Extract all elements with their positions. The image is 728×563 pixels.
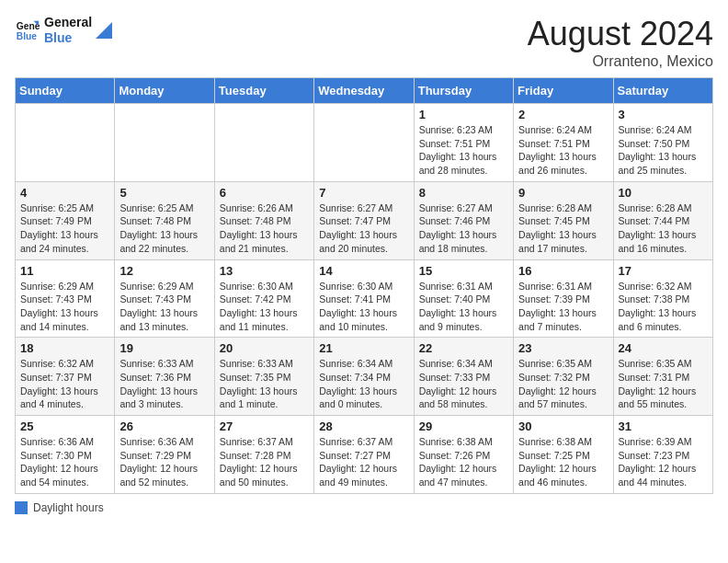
- day-number: 30: [518, 419, 608, 433]
- day-info: Sunrise: 6:29 AMSunset: 7:43 PMDaylight:…: [20, 280, 109, 334]
- day-number: 1: [419, 108, 508, 121]
- svg-marker-3: [96, 22, 112, 39]
- days-of-week-header: SundayMondayTuesdayWednesdayThursdayFrid…: [16, 78, 713, 104]
- calendar-day-cell: [314, 104, 414, 182]
- month-title: August 2024: [528, 15, 713, 53]
- calendar-day-cell: 15Sunrise: 6:31 AMSunset: 7:40 PMDayligh…: [414, 259, 513, 338]
- calendar-day-cell: [214, 104, 313, 182]
- calendar-day-cell: 20Sunrise: 6:33 AMSunset: 7:35 PMDayligh…: [214, 338, 313, 416]
- day-number: 29: [419, 419, 508, 433]
- day-number: 2: [518, 108, 608, 121]
- day-info: Sunrise: 6:25 AMSunset: 7:49 PMDaylight:…: [20, 201, 109, 256]
- day-number: 3: [619, 108, 708, 121]
- calendar-week-row: 25Sunrise: 6:36 AMSunset: 7:30 PMDayligh…: [16, 416, 713, 494]
- calendar-body: 1Sunrise: 6:23 AMSunset: 7:51 PMDaylight…: [16, 104, 713, 494]
- calendar-day-cell: 21Sunrise: 6:34 AMSunset: 7:34 PMDayligh…: [314, 338, 414, 416]
- day-info: Sunrise: 6:23 AMSunset: 7:51 PMDaylight:…: [419, 123, 508, 178]
- logo-icon: General Blue: [15, 17, 40, 43]
- calendar-week-row: 4Sunrise: 6:25 AMSunset: 7:49 PMDaylight…: [16, 181, 713, 259]
- day-number: 12: [119, 264, 209, 278]
- calendar-day-cell: 2Sunrise: 6:24 AMSunset: 7:51 PMDaylight…: [514, 104, 613, 182]
- calendar-day-cell: 24Sunrise: 6:35 AMSunset: 7:31 PMDayligh…: [613, 338, 712, 416]
- calendar-week-row: 11Sunrise: 6:29 AMSunset: 7:43 PMDayligh…: [16, 259, 713, 338]
- day-number: 31: [619, 419, 708, 433]
- calendar-day-cell: 23Sunrise: 6:35 AMSunset: 7:32 PMDayligh…: [514, 338, 613, 416]
- day-info: Sunrise: 6:39 AMSunset: 7:23 PMDaylight:…: [619, 435, 708, 489]
- day-info: Sunrise: 6:34 AMSunset: 7:34 PMDaylight:…: [319, 357, 408, 411]
- day-info: Sunrise: 6:36 AMSunset: 7:30 PMDaylight:…: [20, 435, 109, 489]
- legend-label: Daylight hours: [33, 501, 104, 514]
- day-info: Sunrise: 6:33 AMSunset: 7:36 PMDaylight:…: [119, 357, 209, 411]
- day-info: Sunrise: 6:37 AMSunset: 7:27 PMDaylight:…: [319, 435, 408, 489]
- svg-text:Blue: Blue: [17, 31, 38, 41]
- calendar-day-cell: 17Sunrise: 6:32 AMSunset: 7:38 PMDayligh…: [613, 259, 712, 338]
- dow-header-cell: Friday: [514, 78, 613, 104]
- header: General Blue General Blue August 2024 Or…: [15, 15, 713, 70]
- calendar-day-cell: 30Sunrise: 6:38 AMSunset: 7:25 PMDayligh…: [514, 416, 613, 494]
- day-info: Sunrise: 6:36 AMSunset: 7:29 PMDaylight:…: [119, 435, 209, 489]
- location-title: Orranteno, Mexico: [528, 53, 713, 70]
- dow-header-cell: Saturday: [613, 78, 712, 104]
- calendar-day-cell: 1Sunrise: 6:23 AMSunset: 7:51 PMDaylight…: [414, 104, 513, 182]
- day-info: Sunrise: 6:31 AMSunset: 7:39 PMDaylight:…: [518, 280, 608, 334]
- day-info: Sunrise: 6:28 AMSunset: 7:44 PMDaylight:…: [619, 201, 708, 256]
- day-info: Sunrise: 6:27 AMSunset: 7:47 PMDaylight:…: [319, 201, 408, 256]
- day-number: 5: [119, 186, 209, 200]
- calendar-day-cell: 9Sunrise: 6:28 AMSunset: 7:45 PMDaylight…: [514, 181, 613, 259]
- day-number: 22: [419, 341, 508, 355]
- calendar-day-cell: 16Sunrise: 6:31 AMSunset: 7:39 PMDayligh…: [514, 259, 613, 338]
- day-number: 11: [20, 264, 109, 278]
- calendar-day-cell: 10Sunrise: 6:28 AMSunset: 7:44 PMDayligh…: [613, 181, 712, 259]
- day-number: 24: [619, 341, 708, 355]
- calendar-week-row: 18Sunrise: 6:32 AMSunset: 7:37 PMDayligh…: [16, 338, 713, 416]
- calendar-day-cell: 26Sunrise: 6:36 AMSunset: 7:29 PMDayligh…: [115, 416, 214, 494]
- day-number: 26: [119, 419, 209, 433]
- day-number: 13: [220, 264, 309, 278]
- day-number: 16: [518, 264, 608, 278]
- calendar-day-cell: 11Sunrise: 6:29 AMSunset: 7:43 PMDayligh…: [16, 259, 115, 338]
- day-number: 6: [220, 186, 309, 200]
- day-number: 27: [220, 419, 309, 433]
- day-info: Sunrise: 6:33 AMSunset: 7:35 PMDaylight:…: [220, 357, 309, 411]
- dow-header-cell: Monday: [115, 78, 214, 104]
- day-info: Sunrise: 6:25 AMSunset: 7:48 PMDaylight:…: [119, 201, 209, 256]
- calendar-day-cell: 4Sunrise: 6:25 AMSunset: 7:49 PMDaylight…: [16, 181, 115, 259]
- day-info: Sunrise: 6:32 AMSunset: 7:38 PMDaylight:…: [619, 280, 708, 334]
- day-info: Sunrise: 6:37 AMSunset: 7:28 PMDaylight:…: [220, 435, 309, 489]
- calendar-day-cell: 13Sunrise: 6:30 AMSunset: 7:42 PMDayligh…: [214, 259, 313, 338]
- day-number: 14: [319, 264, 408, 278]
- logo: General Blue General Blue: [15, 15, 112, 46]
- calendar-day-cell: 31Sunrise: 6:39 AMSunset: 7:23 PMDayligh…: [613, 416, 712, 494]
- calendar-day-cell: 18Sunrise: 6:32 AMSunset: 7:37 PMDayligh…: [16, 338, 115, 416]
- calendar-day-cell: [16, 104, 115, 182]
- day-number: 9: [518, 186, 608, 200]
- day-info: Sunrise: 6:32 AMSunset: 7:37 PMDaylight:…: [20, 357, 109, 411]
- day-number: 25: [20, 419, 109, 433]
- legend: Daylight hours: [15, 501, 713, 514]
- calendar-day-cell: 25Sunrise: 6:36 AMSunset: 7:30 PMDayligh…: [16, 416, 115, 494]
- calendar-day-cell: 22Sunrise: 6:34 AMSunset: 7:33 PMDayligh…: [414, 338, 513, 416]
- day-info: Sunrise: 6:35 AMSunset: 7:32 PMDaylight:…: [518, 357, 608, 411]
- calendar-day-cell: 3Sunrise: 6:24 AMSunset: 7:50 PMDaylight…: [613, 104, 712, 182]
- calendar-day-cell: 12Sunrise: 6:29 AMSunset: 7:43 PMDayligh…: [115, 259, 214, 338]
- dow-header-cell: Wednesday: [314, 78, 414, 104]
- dow-header-cell: Tuesday: [214, 78, 313, 104]
- calendar-day-cell: 5Sunrise: 6:25 AMSunset: 7:48 PMDaylight…: [115, 181, 214, 259]
- calendar-day-cell: 8Sunrise: 6:27 AMSunset: 7:46 PMDaylight…: [414, 181, 513, 259]
- day-info: Sunrise: 6:28 AMSunset: 7:45 PMDaylight:…: [518, 201, 608, 256]
- day-number: 28: [319, 419, 408, 433]
- day-number: 18: [20, 341, 109, 355]
- day-info: Sunrise: 6:30 AMSunset: 7:42 PMDaylight:…: [220, 280, 309, 334]
- calendar-table: SundayMondayTuesdayWednesdayThursdayFrid…: [15, 77, 713, 494]
- calendar-day-cell: 7Sunrise: 6:27 AMSunset: 7:47 PMDaylight…: [314, 181, 414, 259]
- day-info: Sunrise: 6:38 AMSunset: 7:26 PMDaylight:…: [419, 435, 508, 489]
- day-number: 4: [20, 186, 109, 200]
- day-number: 7: [319, 186, 408, 200]
- dow-header-cell: Sunday: [16, 78, 115, 104]
- day-info: Sunrise: 6:24 AMSunset: 7:50 PMDaylight:…: [619, 123, 708, 178]
- day-info: Sunrise: 6:29 AMSunset: 7:43 PMDaylight:…: [119, 280, 209, 334]
- day-info: Sunrise: 6:26 AMSunset: 7:48 PMDaylight:…: [220, 201, 309, 256]
- day-info: Sunrise: 6:38 AMSunset: 7:25 PMDaylight:…: [518, 435, 608, 489]
- calendar-day-cell: [115, 104, 214, 182]
- day-number: 8: [419, 186, 508, 200]
